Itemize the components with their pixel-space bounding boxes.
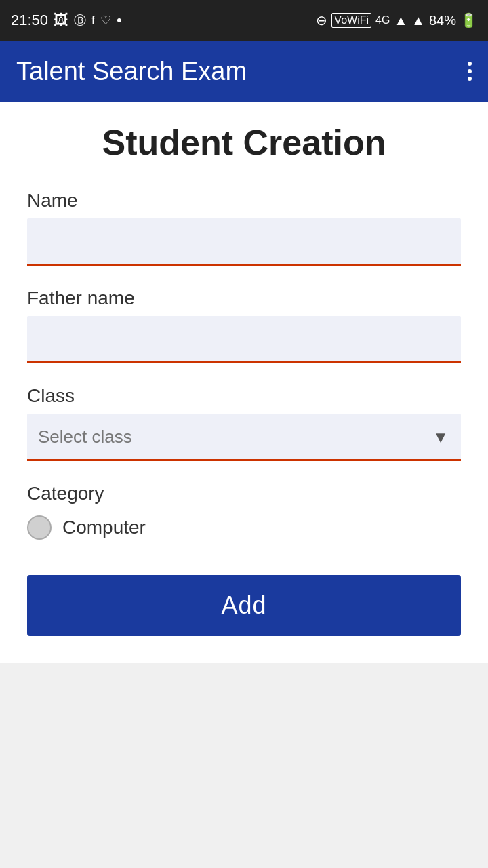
battery-label: 84% — [429, 13, 456, 28]
dot-icon: • — [117, 12, 122, 29]
status-time: 21:50 — [11, 12, 48, 29]
name-label: Name — [27, 190, 461, 212]
app-bar-title: Talent Search Exam — [16, 57, 247, 86]
status-left: 21:50 🖼 Ⓑ f ♡ • — [11, 12, 122, 29]
more-vertical-icon[interactable] — [468, 62, 472, 81]
network-4g-icon: 4G — [375, 14, 390, 26]
signal-icon-2: ▲ — [411, 13, 425, 28]
signal-icon-1: ▲ — [394, 13, 407, 28]
minus-circle-icon: ⊖ — [316, 12, 327, 28]
main-content: Student Creation Name Father name Class … — [0, 102, 488, 663]
class-label: Class — [27, 385, 461, 407]
b-icon: Ⓑ — [74, 12, 86, 28]
page-title: Student Creation — [27, 122, 461, 163]
category-label: Category — [27, 483, 461, 505]
app-bar: Talent Search Exam — [0, 41, 488, 102]
bottom-area — [0, 663, 488, 765]
add-button[interactable]: Add — [27, 575, 461, 636]
name-input[interactable] — [27, 218, 461, 266]
father-name-input[interactable] — [27, 316, 461, 363]
radio-circle-computer — [27, 515, 52, 540]
name-form-group: Name — [27, 190, 461, 266]
fb-icon: f — [92, 14, 95, 28]
status-right: ⊖ VoWiFi 4G ▲ ▲ 84% 🔋 — [316, 12, 477, 28]
class-form-group: Class Select class Class 1 Class 2 Class… — [27, 385, 461, 461]
class-select[interactable]: Select class Class 1 Class 2 Class 3 Cla… — [27, 414, 461, 461]
father-name-label: Father name — [27, 288, 461, 309]
radio-item-computer[interactable]: Computer — [27, 515, 461, 540]
heart-icon: ♡ — [100, 13, 111, 28]
class-select-wrapper: Select class Class 1 Class 2 Class 3 Cla… — [27, 414, 461, 461]
photo-icon: 🖼 — [54, 12, 68, 29]
vowifi-icon: VoWiFi — [331, 13, 371, 28]
battery-icon: 🔋 — [460, 12, 477, 28]
radio-label-computer: Computer — [62, 517, 146, 538]
father-name-form-group: Father name — [27, 288, 461, 363]
category-form-group: Category Computer — [27, 483, 461, 540]
category-radio-group: Computer — [27, 515, 461, 540]
status-bar: 21:50 🖼 Ⓑ f ♡ • ⊖ VoWiFi 4G ▲ ▲ 84% 🔋 — [0, 0, 488, 41]
